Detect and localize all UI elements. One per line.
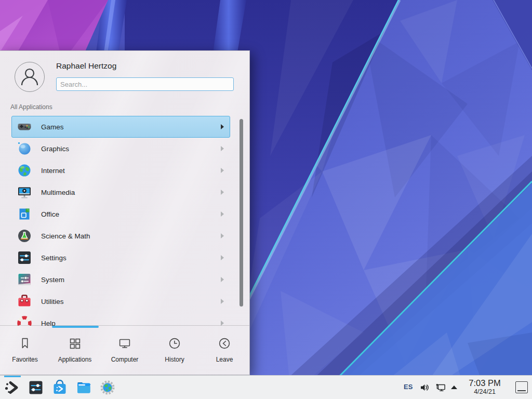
app-category-label: Utilities [41, 298, 64, 305]
system-settings-icon[interactable] [28, 380, 44, 395]
tray-expand-arrow-icon[interactable] [451, 385, 457, 389]
utilities-toolbox-icon [17, 294, 32, 309]
chevron-right-icon [221, 277, 224, 282]
computer-icon [117, 336, 132, 351]
leave-icon [217, 336, 232, 351]
tab-label: Computer [111, 356, 139, 363]
tab-history[interactable]: History [150, 326, 200, 376]
desktop: Raphael Hertzog All Applications Games [0, 0, 532, 399]
chevron-right-icon [221, 211, 224, 217]
chevron-right-icon [221, 255, 224, 260]
science-flask-icon [17, 228, 32, 244]
show-desktop-button[interactable] [515, 381, 528, 393]
chevron-right-icon [221, 299, 224, 304]
tab-applications[interactable]: Applications [50, 326, 100, 376]
application-launcher-popup: Raphael Hertzog All Applications Games [0, 50, 250, 375]
list-scrollbar[interactable] [240, 119, 243, 307]
app-category-list: Games Graphics [0, 116, 249, 326]
taskbar-panel: ES 7:03 PM 4/24/21 [0, 375, 532, 399]
user-icon [15, 62, 44, 91]
volume-icon[interactable] [419, 382, 430, 393]
app-category-multimedia[interactable]: Multimedia [11, 181, 230, 203]
graphics-sphere-icon [17, 141, 32, 156]
dolphin-folder-icon[interactable] [76, 380, 91, 395]
app-category-system[interactable]: System [11, 269, 230, 290]
app-category-label: Science & Math [41, 232, 90, 240]
clock-date: 4/24/21 [461, 388, 508, 396]
section-label: All Applications [10, 103, 52, 111]
app-category-science-math[interactable]: Science & Math [11, 225, 230, 247]
tab-label: History [165, 356, 184, 363]
globe-icon [17, 163, 32, 178]
launcher-tabbar: Favorites Applications Computer [0, 326, 249, 376]
app-category-help[interactable]: Help [11, 312, 230, 326]
tab-favorites[interactable]: Favorites [0, 326, 50, 376]
tab-computer[interactable]: Computer [100, 326, 150, 376]
app-category-label: Office [41, 210, 59, 218]
user-avatar[interactable] [15, 62, 45, 92]
tab-label: Applications [58, 356, 92, 363]
search-input[interactable] [56, 77, 234, 91]
settings-sliders-icon [17, 250, 32, 265]
app-category-games[interactable]: Games [11, 116, 230, 138]
launcher-active-indicator [4, 376, 21, 377]
app-category-office[interactable]: Office [11, 203, 230, 225]
system-sliders-icon [17, 272, 32, 287]
tab-leave[interactable]: Leave [200, 326, 249, 376]
network-icon[interactable] [435, 382, 446, 393]
bookmark-icon [17, 336, 33, 351]
keyboard-layout-indicator[interactable]: ES [404, 383, 413, 391]
app-category-label: System [41, 276, 64, 284]
grid-icon [67, 336, 83, 351]
app-category-label: Games [41, 123, 64, 131]
chevron-right-icon [221, 124, 224, 129]
chevron-right-icon [221, 233, 224, 238]
tab-label: Favorites [12, 356, 37, 363]
app-category-label: Settings [41, 254, 66, 262]
app-category-internet[interactable]: Internet [11, 159, 230, 181]
discover-icon[interactable] [52, 380, 68, 395]
app-category-label: Internet [41, 167, 65, 175]
multimedia-monitor-icon [17, 184, 32, 200]
app-category-label: Multimedia [41, 189, 75, 196]
app-category-graphics[interactable]: Graphics [11, 138, 230, 159]
chevron-right-icon [221, 168, 224, 173]
gamepad-icon [17, 119, 32, 135]
clock-icon [167, 336, 182, 351]
app-category-label: Graphics [41, 145, 69, 153]
digital-clock[interactable]: 7:03 PM 4/24/21 [461, 378, 508, 396]
konqueror-globe-icon[interactable] [100, 380, 115, 395]
help-lifesaver-icon [17, 315, 32, 326]
office-document-icon [17, 206, 32, 222]
tab-label: Leave [216, 356, 233, 363]
clock-time: 7:03 PM [461, 378, 508, 388]
kickoff-launcher-icon[interactable] [4, 380, 20, 395]
chevron-right-icon [221, 190, 224, 195]
user-name: Raphael Hertzog [56, 61, 116, 71]
app-category-utilities[interactable]: Utilities [11, 290, 230, 312]
chevron-right-icon [221, 146, 224, 151]
app-category-settings[interactable]: Settings [11, 247, 230, 269]
